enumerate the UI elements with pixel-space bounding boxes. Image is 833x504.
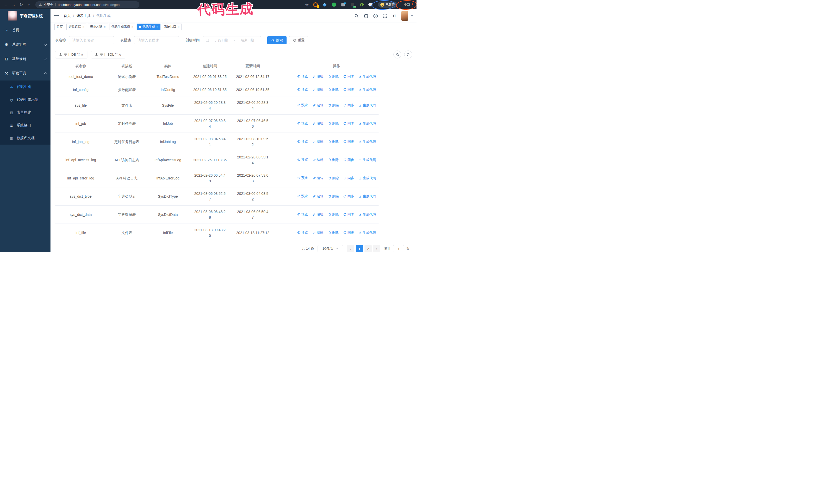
preview-link[interactable]: 预览 [297,193,308,199]
generate-code-link[interactable]: 生成代码 [359,230,376,236]
tab-close-icon[interactable]: × [132,25,133,28]
generate-code-link[interactable]: 生成代码 [359,175,376,181]
home-icon[interactable]: ⌂ [26,1,32,8]
generate-code-link[interactable]: 生成代码 [359,121,376,126]
breadcrumb-item[interactable]: 研发工具 [76,14,91,18]
preview-link[interactable]: 预览 [297,87,308,92]
browser-update-chip[interactable]: 更新 [404,3,413,7]
delete-link[interactable]: 删除 [328,87,339,93]
help-icon[interactable]: ? [373,13,378,19]
edit-link[interactable]: 编辑 [313,121,324,126]
generate-code-link[interactable]: 生成代码 [359,157,376,163]
extension-check-icon[interactable]: ✓ [332,2,336,7]
generate-code-link[interactable]: 生成代码 [359,212,376,217]
preview-link[interactable]: 预览 [297,139,308,144]
delete-link[interactable]: 删除 [328,102,339,108]
next-page-button[interactable]: › [373,245,380,252]
sync-link[interactable]: 同步 [343,194,354,199]
sidebar-subitem[interactable]: ▤ 表单构建 [0,106,50,119]
sidebar-item-toolbox[interactable]: ⚒ 研发工具 [0,66,50,80]
search-button[interactable]: 搜索 [267,36,287,44]
font-size-icon[interactable]: tT [392,13,397,19]
edit-link[interactable]: 编辑 [313,157,324,163]
tab-close-icon[interactable]: × [82,25,84,28]
generate-code-link[interactable]: 生成代码 [359,194,376,199]
address-bar[interactable]: ⚠ 不安全 dashboard.yudao.iocoder.cn/tool/co… [35,1,139,8]
edit-link[interactable]: 编辑 [313,102,324,108]
sidebar-subitem[interactable]: ◷ 代码生成示例 [0,93,50,106]
delete-link[interactable]: 删除 [328,121,339,126]
edit-link[interactable]: 编辑 [313,87,324,93]
db-import-button[interactable]: 基于 DB 导入 [55,51,88,58]
tab[interactable]: 表单构建 × [88,24,108,30]
extensions-puzzle-icon[interactable] [368,2,373,7]
table-desc-input[interactable] [134,36,179,44]
delete-link[interactable]: 删除 [328,230,339,236]
sidebar-subitem[interactable]: ▦ 数据库文档 [0,132,50,145]
edit-link[interactable]: 编辑 [313,194,324,199]
generate-code-link[interactable]: 生成代码 [359,74,376,79]
preview-link[interactable]: 预览 [297,212,308,217]
breadcrumb-item[interactable]: 首页 [64,14,71,18]
delete-link[interactable]: 删除 [328,139,339,145]
extension-on-icon[interactable]: on [350,2,355,7]
bookmark-star-icon[interactable]: ☆ [305,2,309,7]
delete-link[interactable]: 删除 [328,157,339,163]
preview-link[interactable]: 预览 [297,175,308,181]
sync-link[interactable]: 同步 [343,139,354,145]
prev-page-button[interactable]: ‹ [347,245,354,252]
preview-link[interactable]: 预览 [297,230,308,235]
fullscreen-icon[interactable] [382,13,387,19]
extension-gem-icon[interactable] [323,2,327,7]
github-icon[interactable] [363,13,368,19]
sync-link[interactable]: 同步 [343,175,354,181]
page-button-1[interactable]: 1 [356,245,363,252]
sidebar-item-infrastructure[interactable]: ⊡ 基础设施 [0,52,50,66]
extension-key-icon[interactable] [359,2,364,7]
date-range-input[interactable]: 开始日期 - 结束日期 [203,36,261,44]
sync-link[interactable]: 同步 [343,102,354,108]
sync-link[interactable]: 同步 [343,212,354,217]
tab[interactable]: 系统接口 × [162,24,182,30]
generate-code-link[interactable]: 生成代码 [359,102,376,108]
goto-page-input[interactable] [393,245,404,252]
edit-link[interactable]: 编辑 [313,212,324,217]
delete-link[interactable]: 删除 [328,175,339,181]
sync-link[interactable]: 同步 [343,121,354,126]
sync-link[interactable]: 同步 [343,230,354,236]
user-menu-caret-icon[interactable] [411,16,413,17]
extension-orange-icon[interactable]: 1 [313,2,318,7]
delete-link[interactable]: 删除 [328,212,339,217]
tab-close-icon[interactable]: × [156,25,158,28]
paused-profile-chip[interactable]: 已暂停 [378,2,397,8]
collapse-menu-icon[interactable] [54,14,59,18]
sync-link[interactable]: 同步 [343,157,354,163]
preview-link[interactable]: 预览 [297,102,308,108]
preview-link[interactable]: 预览 [297,74,308,79]
tab-close-icon[interactable]: × [178,25,180,28]
reload-icon[interactable]: ↻ [18,1,25,8]
tab[interactable]: 代码生成 × [137,24,160,30]
tab[interactable]: 代码生成示例 × [109,24,135,30]
toggle-search-button[interactable] [394,50,401,58]
generate-code-link[interactable]: 生成代码 [359,87,376,93]
delete-link[interactable]: 删除 [328,74,339,79]
preview-link[interactable]: 预览 [297,120,308,126]
sidebar-item-gear[interactable]: ⚙ 系统管理 [0,38,50,52]
tab[interactable]: 首页 [54,24,65,30]
edit-link[interactable]: 编辑 [313,74,324,79]
edit-link[interactable]: 编辑 [313,139,324,145]
search-icon[interactable] [354,13,359,19]
avatar[interactable] [401,11,408,21]
sync-link[interactable]: 同步 [343,87,354,93]
sidebar-item-dashboard[interactable]: ◔ 首页 [0,23,50,38]
edit-link[interactable]: 编辑 [313,175,324,181]
edit-link[interactable]: 编辑 [313,230,324,236]
tab[interactable]: 链路追踪 × [66,24,86,30]
page-size-select[interactable]: 10条/页 [317,245,343,252]
extension-grey-icon[interactable] [341,2,346,7]
sidebar-subitem[interactable]: ‹/› 代码生成 [0,80,50,93]
browser-menu-icon[interactable] [412,3,413,7]
back-icon[interactable]: ← [3,1,9,8]
forward-icon[interactable]: → [10,1,17,8]
